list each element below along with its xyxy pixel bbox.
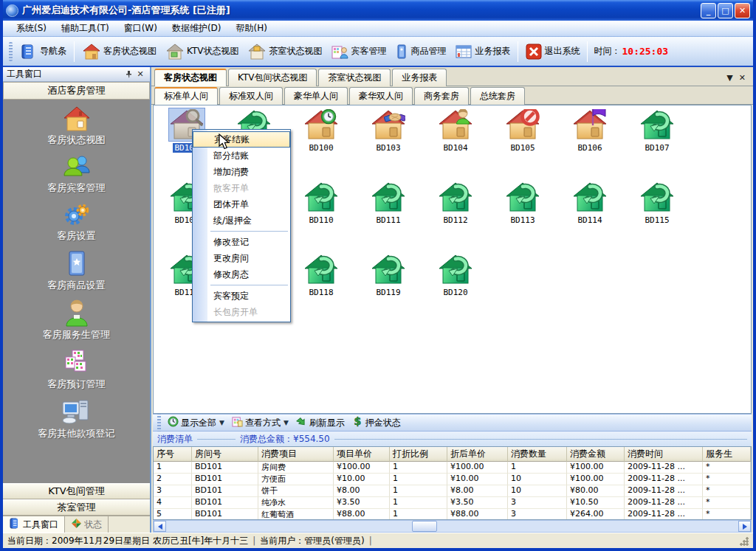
room-BD104[interactable]: BD104 (425, 108, 487, 153)
context-menu-item[interactable]: 续/退押金 (193, 212, 290, 229)
menu-item-0[interactable]: 系统(S) (9, 21, 54, 36)
table-header-cell[interactable]: 消费金额 (567, 447, 625, 462)
room-icon-vacant[interactable] (438, 181, 473, 213)
room-icon-flag[interactable] (572, 108, 608, 141)
table-header-cell[interactable]: 消费项目 (258, 447, 334, 462)
sidebar-item[interactable]: 客房商品设置 (3, 249, 150, 292)
resize-grip[interactable] (739, 536, 749, 546)
list-toolbar-button[interactable]: 刷新显示 (292, 415, 348, 431)
room-icon-vacant[interactable] (639, 108, 675, 141)
menu-item-3[interactable]: 数据维护(D) (165, 21, 229, 36)
context-menu-item[interactable]: 团体开单 (193, 196, 290, 212)
sidebar-item[interactable]: 客房预订管理 (3, 348, 150, 391)
sidebar-item[interactable]: 客房其他款项登记 (3, 398, 150, 440)
tab-dropdown-icon[interactable]: ▼ (726, 73, 732, 83)
bottom-toolbar-grip[interactable] (157, 413, 161, 432)
table-row[interactable]: 5BD101红葡萄酒¥88.001¥88.003¥264.002009-11-2… (154, 509, 751, 520)
room-BD118[interactable]: BD118 (290, 253, 352, 297)
room-BD103[interactable]: BD103 (357, 108, 419, 153)
table-row[interactable]: 3BD101饼干¥8.001¥8.0010¥80.002009-11-28 ..… (154, 485, 751, 497)
scroll-right-icon[interactable] (738, 521, 751, 532)
menu-item-2[interactable]: 窗口(W) (117, 21, 165, 36)
room-BD111[interactable]: BD111 (357, 181, 419, 225)
toolbar-grip[interactable] (9, 42, 13, 61)
room-BD107[interactable]: BD107 (626, 108, 688, 153)
scroll-left-icon[interactable] (154, 521, 166, 532)
dropdown-arrow-icon[interactable]: ▼ (219, 419, 224, 426)
toolbar-button[interactable]: 宾客管理 (326, 41, 391, 62)
context-menu-item[interactable]: 增加消费 (193, 164, 290, 180)
table-header-cell[interactable]: 服务生 (703, 447, 751, 462)
toolbar-button[interactable]: 客房状态视图 (78, 41, 161, 62)
table-header-cell[interactable]: 房间号 (192, 447, 258, 462)
sidebar-bottom-tab[interactable]: 状态 (65, 516, 109, 533)
dropdown-arrow-icon[interactable]: ▼ (284, 419, 289, 426)
room-icon-vacant[interactable] (505, 181, 540, 213)
room-icon-guest[interactable] (438, 108, 473, 141)
sidebar-bottom-tab[interactable]: 工具窗口 (3, 516, 65, 533)
sidebar-item[interactable]: 客房服务生管理 (3, 299, 150, 342)
room-BD114[interactable]: BD114 (559, 181, 621, 225)
view-tab[interactable]: 业务报表 (392, 69, 447, 86)
room-BD106[interactable]: BD106 (559, 108, 621, 153)
scrollbar-thumb[interactable] (412, 521, 437, 532)
room-BD113[interactable]: BD113 (492, 181, 554, 225)
toolbar-button[interactable]: 导航条 (16, 41, 71, 62)
sidebar-section-bar[interactable]: 茶室管理 (3, 499, 150, 516)
sidebar-item[interactable]: 客房设置 (3, 201, 150, 243)
close-button[interactable]: ✕ (735, 3, 750, 18)
room-BD110[interactable]: BD110 (290, 181, 352, 225)
room-BD112[interactable]: BD112 (425, 181, 487, 225)
room-icon-vacant[interactable] (303, 253, 339, 285)
room-type-tab[interactable]: 总统套房 (470, 87, 525, 105)
room-BD120[interactable]: BD120 (425, 253, 487, 297)
view-tab[interactable]: 客房状态视图 (154, 69, 227, 86)
room-icon-vacant[interactable] (438, 253, 473, 285)
toolbar-button[interactable]: KTV状态视图 (161, 41, 243, 62)
table-header-cell[interactable]: 消费时间 (625, 447, 703, 462)
room-icon-vacant[interactable] (371, 181, 406, 213)
room-type-tab[interactable]: 标准双人间 (219, 87, 283, 105)
pin-icon[interactable] (123, 69, 134, 80)
horizontal-scrollbar[interactable] (153, 520, 752, 533)
toolbar-button[interactable]: 商品管理 (391, 41, 450, 62)
list-toolbar-button[interactable]: 查看方式▼ (228, 415, 292, 431)
room-icon-vacant[interactable] (639, 181, 675, 213)
room-icon-clock[interactable] (303, 108, 339, 141)
sidebar-section-bar[interactable]: KTV包间管理 (3, 483, 150, 499)
toolbar-button[interactable]: 退出系统 (521, 41, 584, 62)
room-BD119[interactable]: BD119 (357, 253, 419, 297)
room-BD115[interactable]: BD115 (626, 181, 688, 225)
room-type-tab[interactable]: 标准单人间 (154, 87, 218, 105)
context-menu-item[interactable]: 宾客预定 (193, 288, 290, 304)
room-type-tab[interactable]: 商务套房 (414, 87, 469, 105)
view-tab[interactable]: KTV包间状态视图 (228, 69, 317, 86)
tab-close-icon[interactable]: ✕ (739, 73, 746, 83)
context-menu-item[interactable]: 修改登记 (193, 234, 290, 250)
room-icon-blocked[interactable] (505, 108, 540, 141)
table-header-cell[interactable]: 折后单价 (447, 447, 508, 462)
table-header-cell[interactable]: 消费数量 (508, 447, 567, 462)
room-icon-vacant[interactable] (572, 181, 608, 213)
room-BD100[interactable]: BD100 (290, 108, 352, 153)
table-header-cell[interactable]: 序号 (154, 447, 192, 462)
context-menu-item[interactable]: 更改房间 (193, 250, 290, 266)
table-row[interactable]: 2BD101方便面¥10.001¥10.0010¥100.002009-11-2… (154, 474, 751, 485)
room-BD105[interactable]: BD105 (492, 108, 554, 153)
table-header-cell[interactable]: 项目单价 (334, 447, 390, 462)
close-tool-window-icon[interactable]: ✕ (134, 69, 146, 80)
context-menu-item[interactable]: 修改房态 (193, 266, 290, 283)
sidebar-item[interactable]: 客房状态视图 (3, 105, 150, 147)
menu-item-1[interactable]: 辅助工具(T) (54, 21, 117, 36)
sidebar-section-header[interactable]: 酒店客房管理 (3, 82, 150, 100)
list-toolbar-button[interactable]: $押金状态 (348, 415, 405, 431)
table-row[interactable]: 4BD101纯净水¥3.501¥3.503¥10.502009-11-28 ..… (154, 497, 751, 509)
room-icon-vacant[interactable] (371, 253, 406, 285)
menu-item-4[interactable]: 帮助(H) (229, 21, 275, 36)
room-icon-handshake[interactable] (371, 108, 406, 141)
view-tab[interactable]: 茶室状态视图 (318, 69, 391, 86)
maximize-button[interactable]: □ (718, 3, 733, 18)
table-row[interactable]: 1BD101房间费¥100.001¥100.001¥100.002009-11-… (154, 462, 751, 474)
room-icon-vacant[interactable] (303, 181, 339, 213)
toolbar-button[interactable]: 茶室状态视图 (243, 41, 326, 62)
